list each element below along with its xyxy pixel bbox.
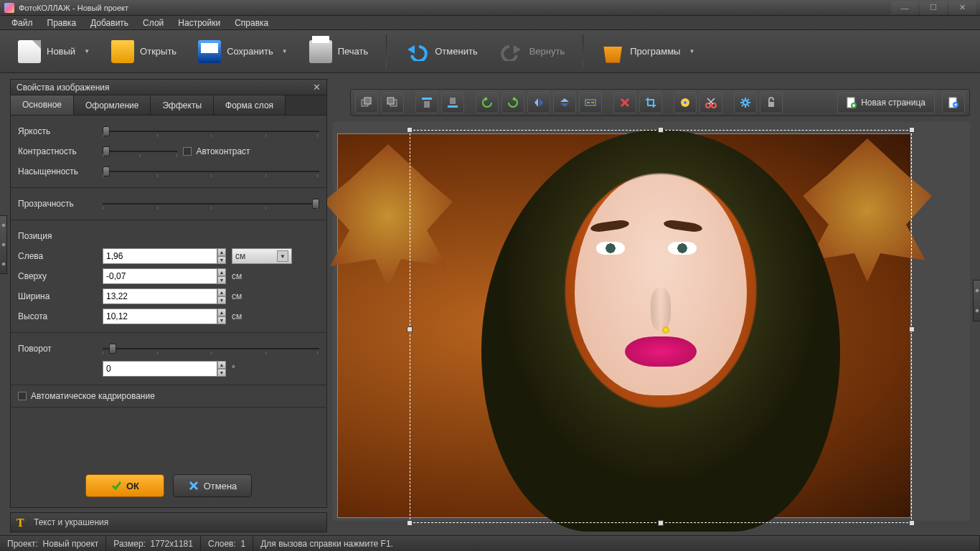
new-icon xyxy=(18,40,41,63)
print-button[interactable]: Печать xyxy=(301,36,377,67)
align-top-button[interactable] xyxy=(415,92,438,113)
menu-settings[interactable]: Настройки xyxy=(171,17,227,29)
chevron-down-icon: ▼ xyxy=(282,48,288,55)
resize-handle[interactable] xyxy=(909,127,915,133)
image-properties-panel: Свойства изображения ✕ Основное Оформлен… xyxy=(10,79,327,508)
open-icon xyxy=(111,40,134,63)
unit-select[interactable]: см▼ xyxy=(232,248,292,264)
brightness-label: Яркость xyxy=(18,126,97,136)
svg-rect-4 xyxy=(422,98,432,100)
maximize-button[interactable]: ☐ xyxy=(920,1,947,14)
new-page-button[interactable]: Новая страница xyxy=(837,92,935,113)
position-label: Позиция xyxy=(18,231,52,241)
menu-file[interactable]: Файл xyxy=(4,17,40,29)
autocrop-checkbox[interactable]: Автоматическое кадрирование xyxy=(18,391,319,401)
saturation-slider[interactable] xyxy=(103,166,319,177)
saturation-label: Насыщенность xyxy=(18,166,97,176)
cancel-button[interactable]: Отмена xyxy=(173,474,252,497)
ok-button[interactable]: ОК xyxy=(85,474,164,497)
rotation-handle[interactable] xyxy=(662,326,669,334)
window-title: ФотоКОЛЛАЖ - Новый проект xyxy=(19,4,128,12)
panel-close-button[interactable]: ✕ xyxy=(313,82,321,93)
rotation-input[interactable]: ▲▼ xyxy=(103,361,226,377)
svg-rect-14 xyxy=(768,102,774,107)
status-bar: Проект: Новый проект Размер: 1772x1181 С… xyxy=(0,535,980,551)
resize-handle[interactable] xyxy=(407,326,413,332)
svg-point-10 xyxy=(684,101,687,104)
autocontrast-checkbox[interactable]: Автоконтраст xyxy=(183,146,250,156)
chevron-down-icon: ▼ xyxy=(689,48,694,55)
rotate-cw-button[interactable] xyxy=(501,92,524,113)
svg-point-13 xyxy=(743,100,748,105)
rotate-ccw-button[interactable] xyxy=(476,92,499,113)
resize-handle[interactable] xyxy=(658,520,664,526)
undo-button[interactable]: Отменить xyxy=(397,36,485,67)
rotation-slider[interactable] xyxy=(103,343,319,354)
text-icon: T xyxy=(17,517,28,528)
programs-button[interactable]: Программы▼ xyxy=(593,36,702,67)
print-icon xyxy=(309,40,332,63)
open-button[interactable]: Открыть xyxy=(103,36,184,67)
check-icon xyxy=(110,480,122,491)
menu-layer[interactable]: Слой xyxy=(136,17,171,29)
programs-icon xyxy=(601,40,624,63)
replace-button[interactable] xyxy=(674,92,697,113)
tab-decoration[interactable]: Оформление xyxy=(74,95,151,115)
left-label: Слева xyxy=(18,251,97,261)
crop-button[interactable] xyxy=(639,92,662,113)
resize-handle[interactable] xyxy=(407,127,413,133)
flip-h-button[interactable] xyxy=(527,92,550,113)
height-label: Высота xyxy=(18,311,97,321)
layer-back-button[interactable] xyxy=(355,92,378,113)
canvas-toolbar: Новая страница xyxy=(350,89,970,116)
svg-rect-1 xyxy=(364,98,371,104)
resize-handle[interactable] xyxy=(658,127,664,133)
layer-front-button[interactable] xyxy=(381,92,404,113)
lock-button[interactable] xyxy=(760,92,783,113)
menu-add[interactable]: Добавить xyxy=(83,17,136,29)
close-icon xyxy=(188,480,199,491)
flip-v-button[interactable] xyxy=(553,92,576,113)
redo-button[interactable]: Вернуть xyxy=(491,36,573,67)
left-flyout[interactable] xyxy=(0,215,7,274)
resize-handle[interactable] xyxy=(407,520,413,526)
tab-shape[interactable]: Форма слоя xyxy=(214,95,286,115)
canvas-area[interactable] xyxy=(333,122,970,521)
tab-main[interactable]: Основное xyxy=(11,95,74,115)
svg-rect-5 xyxy=(424,101,430,108)
opacity-label: Прозрачность xyxy=(18,199,97,209)
width-input[interactable]: ▲▼ xyxy=(103,288,226,304)
menubar: Файл Правка Добавить Слой Настройки Спра… xyxy=(0,16,980,30)
opacity-slider[interactable] xyxy=(103,198,319,209)
app-icon xyxy=(4,3,14,13)
minimize-button[interactable]: — xyxy=(891,1,918,14)
canvas[interactable] xyxy=(337,133,911,518)
right-flyout[interactable] xyxy=(973,280,980,321)
brightness-slider[interactable] xyxy=(103,126,319,137)
svg-rect-3 xyxy=(387,98,394,104)
cut-button[interactable] xyxy=(699,92,722,113)
rotation-label: Поворот xyxy=(18,344,97,354)
titlebar: ФотоКОЛЛАЖ - Новый проект — ☐ ✕ xyxy=(0,0,980,16)
delete-button[interactable] xyxy=(613,92,636,113)
contrast-slider[interactable] xyxy=(103,146,177,157)
top-label: Сверху xyxy=(18,271,97,281)
main-toolbar: Новый▼ Открыть Сохранить▼ Печать Отменит… xyxy=(0,30,980,73)
menu-help[interactable]: Справка xyxy=(227,17,275,29)
align-bottom-button[interactable] xyxy=(441,92,464,113)
tab-effects[interactable]: Эффекты xyxy=(151,95,214,115)
fit-width-button[interactable] xyxy=(579,92,602,113)
top-input[interactable]: ▲▼ xyxy=(103,268,226,284)
save-button[interactable]: Сохранить▼ xyxy=(190,36,296,67)
height-input[interactable]: ▲▼ xyxy=(103,309,226,324)
new-button[interactable]: Новый▼ xyxy=(10,36,98,67)
menu-edit[interactable]: Правка xyxy=(40,17,84,29)
page-settings-button[interactable] xyxy=(942,92,965,113)
close-button[interactable]: ✕ xyxy=(948,1,976,14)
settings-button[interactable] xyxy=(734,92,757,113)
resize-handle[interactable] xyxy=(909,326,915,332)
resize-handle[interactable] xyxy=(909,520,915,526)
text-decorations-panel[interactable]: T Текст и украшения xyxy=(10,512,327,532)
chevron-down-icon: ▼ xyxy=(84,48,90,55)
left-input[interactable]: ▲▼ xyxy=(103,248,226,264)
